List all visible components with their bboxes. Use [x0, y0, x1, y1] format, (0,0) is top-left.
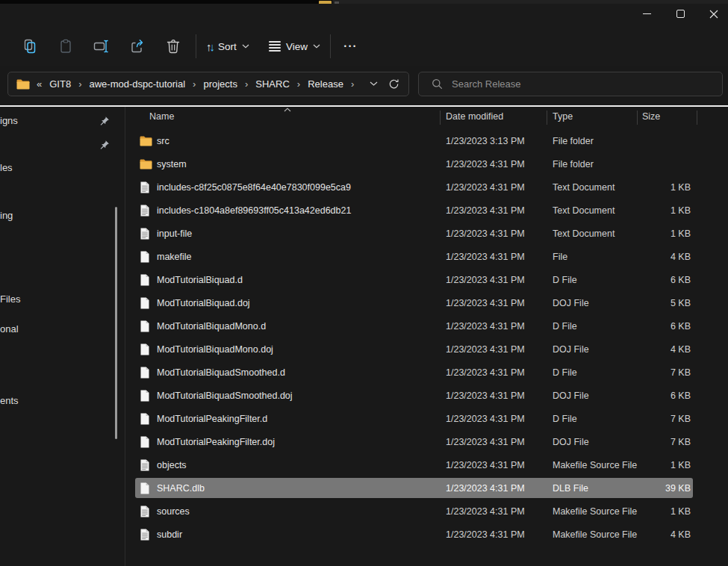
- text-file-icon: [140, 199, 150, 222]
- file-type: Makefile Source File: [553, 523, 637, 546]
- file-row[interactable]: sources1/23/2023 4:31 PMMakefile Source …: [125, 500, 728, 523]
- file-name: ModTutorialBiquadSmoothed.doj: [157, 384, 293, 407]
- file-name: ModTutorialBiquadMono.doj: [157, 338, 273, 361]
- breadcrumb-item[interactable]: projects: [202, 77, 239, 91]
- column-separator[interactable]: [637, 111, 638, 125]
- sidebar-scrollbar[interactable]: [115, 207, 117, 439]
- breadcrumb-item[interactable]: Release: [306, 77, 345, 91]
- file-size: 6 KB: [631, 268, 691, 291]
- chevron-down-icon: [313, 44, 320, 49]
- breadcrumb-separator-icon[interactable]: ›: [239, 78, 254, 90]
- file-row[interactable]: ModTutorialBiquadMono.doj1/23/2023 4:31 …: [125, 338, 728, 361]
- text-file-icon: [140, 222, 150, 245]
- column-header-size[interactable]: Size: [642, 111, 660, 122]
- file-name: input-file: [157, 222, 192, 245]
- file-type: Makefile Source File: [553, 500, 637, 523]
- file-size: 5 KB: [631, 291, 691, 314]
- file-name: ModTutorialBiquadMono.d: [157, 314, 266, 338]
- text-file-icon: [140, 523, 150, 546]
- column-header-type[interactable]: Type: [553, 111, 573, 122]
- rename-icon: [93, 38, 111, 55]
- file-explorer-window: ↑↓ Sort View ••• « GIT8›awe-mod-dspc-tut…: [0, 0, 728, 566]
- copy-button[interactable]: [19, 36, 40, 57]
- file-row[interactable]: makefile1/23/2023 4:31 PMFile4 KB: [125, 245, 728, 268]
- search-input[interactable]: [450, 78, 700, 90]
- file-name: ModTutorialBiquad.doj: [157, 291, 250, 314]
- column-separator[interactable]: [697, 111, 697, 125]
- file-row[interactable]: ModTutorialPeakingFilter.d1/23/2023 4:31…: [125, 407, 728, 430]
- breadcrumb-separator-icon[interactable]: ›: [187, 78, 202, 90]
- file-row[interactable]: objects1/23/2023 4:31 PMMakefile Source …: [125, 453, 728, 476]
- breadcrumb-overflow-icon[interactable]: «: [37, 78, 42, 90]
- text-file-icon: [140, 175, 150, 199]
- column-separator[interactable]: [440, 111, 441, 125]
- file-size: 39 KB: [631, 476, 691, 500]
- content-area: ignslesingFilesonalents Name Date modifi…: [0, 107, 728, 566]
- file-row[interactable]: ModTutorialBiquadSmoothed.d1/23/2023 4:3…: [125, 361, 728, 384]
- file-name: includes-c1804a8ef89693ff05c413a42ed6db2…: [157, 199, 351, 222]
- folder-icon: [16, 79, 30, 90]
- paste-button[interactable]: [55, 36, 76, 57]
- file-icon: [140, 384, 150, 407]
- address-bar[interactable]: « GIT8›awe-mod-dspc-tutorial›projects›SH…: [7, 72, 409, 96]
- file-row[interactable]: SHARC.dlb1/23/2023 4:31 PMDLB File39 KB: [125, 476, 728, 500]
- command-bar: ↑↓ Sort View •••: [0, 24, 728, 66]
- file-row[interactable]: includes-c8f25c0875e8f64e40e7830f099e5ca…: [125, 175, 728, 199]
- file-date: 1/23/2023 4:31 PM: [446, 245, 525, 268]
- minimize-button[interactable]: [629, 4, 664, 24]
- folder-icon: [140, 129, 152, 152]
- address-dropdown-button[interactable]: [370, 81, 378, 87]
- file-name: makefile: [157, 245, 192, 268]
- share-icon: [129, 38, 146, 55]
- refresh-button[interactable]: [388, 78, 399, 90]
- file-date: 1/23/2023 4:31 PM: [446, 175, 525, 199]
- file-date: 1/23/2023 4:31 PM: [446, 384, 525, 407]
- file-row[interactable]: system1/23/2023 4:31 PMFile folder: [125, 152, 728, 175]
- see-more-button[interactable]: •••: [337, 36, 364, 57]
- file-size: 6 KB: [631, 384, 691, 407]
- file-size: 1 KB: [631, 175, 691, 199]
- rename-button[interactable]: [91, 36, 112, 57]
- sort-label: Sort: [218, 41, 237, 52]
- column-header-date-modified[interactable]: Date modified: [446, 111, 503, 122]
- sidebar-item[interactable]: Files: [0, 293, 20, 305]
- sidebar-item[interactable]: igns: [0, 115, 18, 127]
- sidebar-item[interactable]: onal: [0, 323, 19, 335]
- file-date: 1/23/2023 3:13 PM: [446, 129, 525, 152]
- maximize-button[interactable]: [663, 4, 697, 24]
- file-row[interactable]: ModTutorialPeakingFilter.doj1/23/2023 4:…: [125, 430, 728, 453]
- pin-icon: [99, 140, 110, 151]
- sidebar-item[interactable]: ing: [0, 210, 13, 222]
- file-size: [631, 129, 691, 152]
- file-row[interactable]: includes-c1804a8ef89693ff05c413a42ed6db2…: [125, 199, 728, 222]
- file-icon: [140, 291, 150, 314]
- breadcrumb-item[interactable]: SHARC: [254, 77, 291, 91]
- breadcrumb-item[interactable]: awe-mod-dspc-tutorial: [87, 77, 187, 91]
- breadcrumb-separator-icon[interactable]: ›: [291, 78, 306, 90]
- file-row[interactable]: ModTutorialBiquadSmoothed.doj1/23/2023 4…: [125, 384, 728, 407]
- file-row[interactable]: src1/23/2023 3:13 PMFile folder: [125, 129, 728, 152]
- view-icon: [269, 41, 281, 52]
- column-header-name[interactable]: Name: [149, 111, 174, 122]
- file-row[interactable]: ModTutorialBiquad.doj1/23/2023 4:31 PMDO…: [125, 291, 728, 314]
- breadcrumb-separator-icon[interactable]: ›: [72, 78, 87, 90]
- file-row[interactable]: input-file1/23/2023 4:31 PMText Document…: [125, 222, 728, 245]
- breadcrumb-item[interactable]: GIT8: [48, 77, 72, 91]
- file-size: 4 KB: [631, 523, 691, 546]
- breadcrumb-separator-icon[interactable]: ›: [345, 78, 360, 90]
- toolbar-separator: [330, 34, 331, 58]
- file-row[interactable]: ModTutorialBiquadMono.d1/23/2023 4:31 PM…: [125, 314, 728, 338]
- column-separator[interactable]: [547, 111, 547, 125]
- file-type: File folder: [553, 129, 594, 152]
- delete-button[interactable]: [163, 36, 184, 57]
- view-button[interactable]: View: [266, 36, 323, 57]
- file-date: 1/23/2023 4:31 PM: [446, 291, 525, 314]
- file-row[interactable]: ModTutorialBiquad.d1/23/2023 4:31 PMD Fi…: [125, 268, 728, 291]
- file-icon: [140, 338, 150, 361]
- sort-button[interactable]: ↑↓ Sort: [203, 36, 252, 57]
- close-button[interactable]: [697, 4, 728, 24]
- sidebar-item[interactable]: ents: [0, 395, 19, 407]
- share-button[interactable]: [127, 36, 148, 57]
- sidebar-item[interactable]: les: [0, 162, 13, 174]
- file-row[interactable]: subdir1/23/2023 4:31 PMMakefile Source F…: [125, 523, 728, 546]
